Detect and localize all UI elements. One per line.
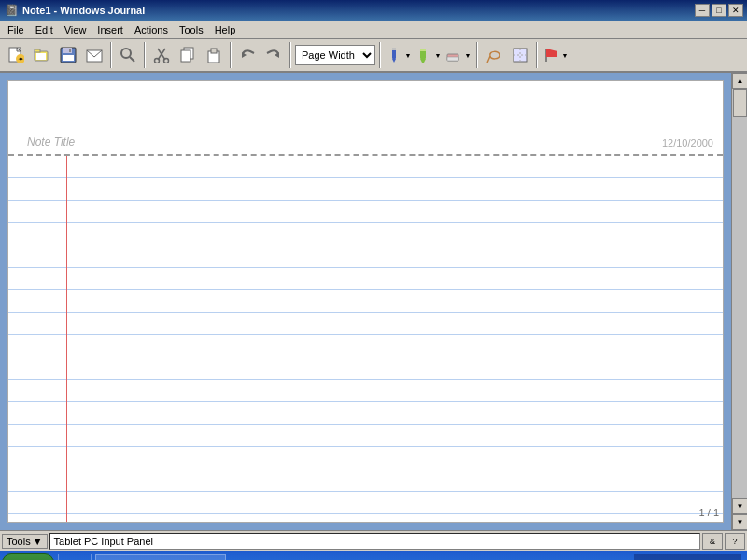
redo-button[interactable]	[261, 43, 286, 67]
lined-area	[8, 156, 723, 522]
separator-4	[289, 42, 291, 68]
new-button[interactable]: ✦	[4, 43, 28, 67]
close-button[interactable]: ✕	[728, 4, 743, 17]
email-button[interactable]	[82, 43, 106, 67]
note-line	[8, 268, 723, 290]
scroll-up-button[interactable]: ▲	[732, 73, 747, 89]
lasso-button[interactable]	[482, 43, 506, 67]
undo-icon	[239, 47, 256, 63]
note-line	[8, 156, 723, 178]
start-button[interactable]: ⊞ start	[2, 553, 54, 560]
menu-file[interactable]: File	[2, 22, 30, 37]
status-bar: Tools ▼ Tablet PC Input Panel & ?	[0, 530, 747, 551]
tools-dropdown[interactable]: Tools ▼	[2, 534, 48, 549]
pen-dropdown-arrow[interactable]: ▼	[403, 43, 413, 67]
svg-rect-21	[211, 49, 217, 53]
separator-6	[476, 42, 478, 68]
note-line	[8, 357, 723, 380]
svg-rect-19	[181, 50, 190, 62]
highlighter-button[interactable]	[415, 43, 433, 67]
corner-button-1[interactable]: &	[702, 533, 723, 550]
svg-rect-29	[420, 49, 426, 51]
note-line	[8, 201, 723, 223]
note-line	[8, 514, 723, 522]
tablet-input-panel[interactable]: Tablet PC Input Panel	[49, 533, 700, 550]
highlighter-dropdown-arrow[interactable]: ▼	[433, 43, 443, 67]
menu-edit[interactable]: Edit	[30, 22, 59, 37]
title-bar-left: 📓 Note1 - Windows Journal	[4, 3, 145, 18]
scroll-thumb[interactable]	[733, 89, 747, 117]
restore-button[interactable]: □	[712, 4, 726, 17]
note-line	[8, 447, 723, 469]
svg-rect-6	[36, 53, 46, 60]
separator-5	[379, 42, 381, 68]
undo-button[interactable]	[235, 43, 260, 67]
scroll-track[interactable]	[732, 89, 747, 498]
menu-help[interactable]: Help	[209, 22, 242, 37]
svg-rect-10	[69, 49, 71, 52]
eraser-button[interactable]	[444, 43, 463, 67]
separator-2	[144, 42, 146, 68]
svg-marker-28	[420, 59, 426, 63]
note-paper[interactable]: Note Title 12/10/2000	[7, 80, 724, 523]
zoom-select[interactable]: Page Width Whole Page 50% 75% 100% 150% …	[295, 45, 375, 65]
flag-button[interactable]	[542, 43, 560, 67]
title-buttons: ─ □ ✕	[695, 4, 743, 17]
note-line	[8, 223, 723, 245]
email-icon	[86, 47, 103, 63]
pen-group: ▼	[385, 43, 413, 67]
corner-button-2[interactable]: ?	[725, 533, 745, 550]
redo-icon	[265, 47, 282, 63]
copy-icon	[179, 47, 196, 63]
app-icon: 📓	[4, 3, 19, 18]
insert-drawing-button[interactable]	[508, 43, 532, 67]
open-button[interactable]	[30, 43, 54, 67]
paste-button[interactable]	[202, 43, 226, 67]
menu-bar: File Edit View Insert Actions Tools Help	[0, 21, 747, 39]
highlighter-icon	[416, 47, 432, 63]
svg-text:✦: ✦	[18, 55, 24, 63]
minimize-button[interactable]: ─	[695, 4, 710, 17]
scroll-down-button-1[interactable]: ▼	[732, 498, 747, 514]
separator-1	[110, 42, 112, 68]
menu-insert[interactable]: Insert	[92, 22, 129, 37]
note-line	[8, 492, 723, 514]
note-line	[8, 313, 723, 335]
svg-marker-37	[546, 49, 557, 57]
open-icon	[34, 47, 50, 63]
taskbar-separator-1	[58, 554, 59, 560]
separator-7	[536, 42, 538, 68]
svg-point-12	[121, 49, 131, 58]
note-line	[8, 335, 723, 357]
title-bar: 📓 Note1 - Windows Journal ─ □ ✕	[0, 0, 747, 21]
save-button[interactable]	[56, 43, 80, 67]
pen-icon	[386, 47, 402, 63]
eraser-dropdown-arrow[interactable]: ▼	[463, 43, 472, 67]
note-header: Note Title 12/10/2000	[8, 81, 723, 156]
menu-actions[interactable]: Actions	[129, 22, 174, 37]
svg-point-16	[155, 59, 160, 63]
scroll-down-button-2[interactable]: ▼	[732, 514, 747, 530]
lasso-icon	[486, 47, 502, 63]
svg-marker-25	[392, 59, 396, 63]
taskbar: ⊞ start 🖥 📓 Note1 - Windows Jou... 🔑 EN …	[0, 551, 747, 560]
flag-dropdown-arrow[interactable]: ▼	[560, 43, 570, 67]
taskbar-window-button[interactable]: 📓 Note1 - Windows Jou...	[95, 554, 226, 560]
taskbar-right: 🔑 EN 🔊 📶 7:25 PM	[630, 554, 745, 560]
system-tray: 🔑 EN 🔊 📶 7:25 PM	[634, 554, 741, 560]
note-line	[8, 402, 723, 425]
copy-button[interactable]	[176, 43, 200, 67]
pen-button[interactable]	[385, 43, 403, 67]
menu-view[interactable]: View	[59, 22, 92, 37]
cut-button[interactable]	[149, 43, 174, 67]
find-button[interactable]	[116, 43, 140, 67]
note-line	[8, 425, 723, 447]
separator-3	[230, 42, 232, 68]
cut-icon	[153, 47, 170, 63]
taskbar-separator-2	[91, 554, 92, 560]
window-title: Note1 - Windows Journal	[22, 5, 145, 16]
show-desktop-button[interactable]: 🖥	[63, 553, 87, 560]
note-line	[8, 290, 723, 313]
tablet-panel-label: Tablet PC Input Panel	[54, 536, 153, 547]
menu-tools[interactable]: Tools	[174, 22, 209, 37]
